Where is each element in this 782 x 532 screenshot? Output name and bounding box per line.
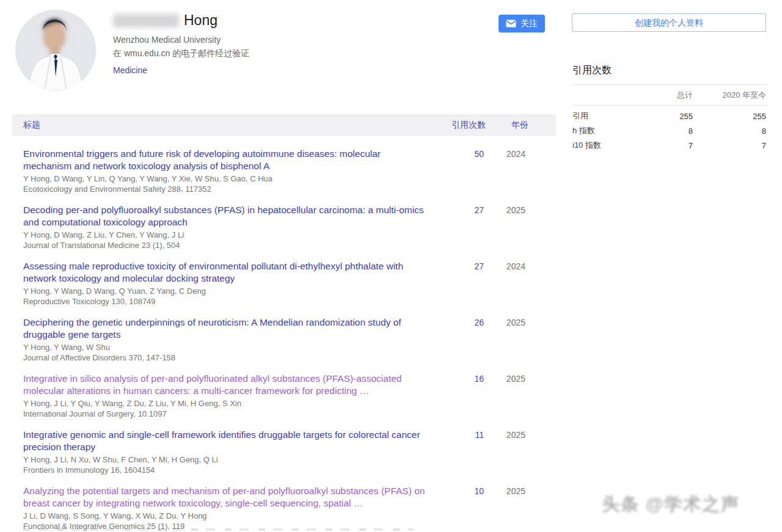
profile-name: Hong	[113, 12, 249, 29]
publication-title-link[interactable]: Environmental triggers and future risk o…	[23, 148, 428, 172]
publication-venue: Reproductive Toxicology 130, 108749	[23, 297, 428, 306]
citations-row: 引用 255 255	[572, 106, 766, 124]
publication-venue: Journal of Translational Medicine 23 (1)…	[23, 241, 428, 250]
i10-index-since-value: 7	[693, 138, 766, 153]
name-redaction-blur	[113, 14, 179, 27]
publication-title-link[interactable]: Analyzing the potential targets and mech…	[23, 485, 428, 509]
publication-authors: Y Hong, J Li, N Xu, W Shu, F Chen, Y Mi,…	[23, 455, 428, 464]
publication-year: 2025	[477, 486, 525, 496]
publication-venue: Frontiers in Immunology 16, 1604154	[23, 465, 428, 475]
sort-by-year-link[interactable]: 年份	[492, 120, 528, 131]
publication-authors: Y Hong, Y Wang, W Shu	[23, 343, 428, 352]
publication-year: 2025	[477, 318, 525, 327]
sort-by-title-link[interactable]: 标题	[23, 120, 40, 131]
publication-year: 2024	[477, 261, 525, 271]
h-index-all-value: 8	[638, 123, 693, 138]
publication-year: 2025	[477, 374, 525, 384]
publication-row: Analyzing the potential targets and mech…	[23, 485, 530, 531]
cited-by-title[interactable]: 引用次数	[572, 64, 766, 84]
publication-authors: J Li, D Wang, S Song, Y Wang, X Wu, Z Du…	[23, 511, 428, 520]
publication-authors: Y Hong, D Wang, Y Lin, Q Yang, Y Wang, Y…	[23, 174, 428, 183]
publication-row: Deciphering the genetic underpinnings of…	[23, 316, 530, 362]
publication-authors: Y Hong, J Li, Y Qiu, Y Wang, Z Du, Z Liu…	[23, 399, 428, 408]
follow-button[interactable]: 关注	[499, 15, 545, 32]
citations-label[interactable]: 引用	[572, 106, 638, 124]
publication-authors: Y Hong, Y Wang, D Wang, Q Yuan, Z Yang, …	[23, 286, 428, 296]
profile-affiliation: Wenzhou Medical University	[113, 35, 249, 45]
scholar-profile-page: Hong Wenzhou Medical University 在 wmu.ed…	[0, 0, 782, 532]
profile-info: Hong Wenzhou Medical University 在 wmu.ed…	[113, 12, 249, 75]
cited-by-header-empty	[572, 85, 638, 106]
publication-row: Integrative genomic and single-cell fram…	[23, 429, 530, 475]
publication-row: Assessing male reproductive toxicity of …	[23, 260, 530, 306]
publication-title-link[interactable]: Integrative in silico analysis of per-an…	[23, 373, 428, 397]
verified-email-text: 在 wmu.edu.cn 的电子邮件经过验证	[113, 48, 249, 59]
cited-by-panel: 引用次数 总计 2020 年至今 引用 255 255 h 指数 8 8 i10…	[572, 64, 766, 153]
publication-title-link[interactable]: Decoding per-and polyfluoroalkyl substan…	[23, 204, 428, 228]
follow-button-label: 关注	[521, 18, 538, 29]
publication-authors: Y Hong, D Wang, Z Liu, Y Chen, Y Wang, J…	[23, 230, 428, 239]
interest-link-medicine[interactable]: Medicine	[113, 65, 249, 75]
publication-title-link[interactable]: Deciphering the genetic underpinnings of…	[23, 316, 428, 341]
publications-list: Environmental triggers and future risk o…	[23, 148, 530, 532]
citations-all-value: 255	[638, 106, 693, 124]
envelope-icon	[506, 20, 516, 27]
publication-year: 2024	[477, 149, 525, 159]
i10-index-label[interactable]: i10 指数	[572, 138, 638, 153]
cited-by-header-since: 2020 年至今	[693, 85, 766, 106]
i10-index-row: i10 指数 7 7	[572, 138, 766, 153]
avatar	[15, 10, 96, 90]
i10-index-all-value: 7	[638, 138, 693, 153]
profile-name-visible: Hong	[184, 12, 217, 29]
h-index-row: h 指数 8 8	[572, 123, 766, 138]
avatar-illustration	[15, 10, 96, 90]
publication-venue: Ecotoxicology and Environmental Safety 2…	[23, 184, 428, 194]
publication-title-link[interactable]: Assessing male reproductive toxicity of …	[23, 260, 428, 285]
clipped-next-row	[23, 528, 414, 531]
publication-title-link[interactable]: Integrative genomic and single-cell fram…	[23, 429, 428, 453]
publication-row: Environmental triggers and future risk o…	[23, 148, 530, 194]
watermark-text: 头条 @学术之声	[602, 492, 767, 517]
cited-by-table: 总计 2020 年至今 引用 255 255 h 指数 8 8 i10 指数 7…	[572, 84, 766, 153]
publication-venue: Journal of Affective Disorders 370, 147-…	[23, 353, 428, 362]
citations-since-value: 255	[693, 106, 766, 124]
sort-by-citations-link[interactable]: 引用次数	[403, 120, 486, 131]
publications-header: 标题 引用次数 年份	[12, 114, 556, 136]
cited-by-header-row: 总计 2020 年至今	[572, 85, 766, 106]
publication-row: Decoding per-and polyfluoroalkyl substan…	[23, 204, 530, 250]
create-profile-button[interactable]: 创建我的个人资料	[572, 13, 766, 32]
publication-year: 2025	[477, 205, 525, 215]
publication-year: 2025	[477, 430, 525, 440]
publication-row: Integrative in silico analysis of per-an…	[23, 373, 530, 418]
cited-by-header-all: 总计	[638, 85, 693, 106]
h-index-label[interactable]: h 指数	[572, 123, 638, 138]
publication-venue: International Journal of Surgery, 10.109…	[23, 409, 428, 418]
h-index-since-value: 8	[693, 123, 766, 138]
